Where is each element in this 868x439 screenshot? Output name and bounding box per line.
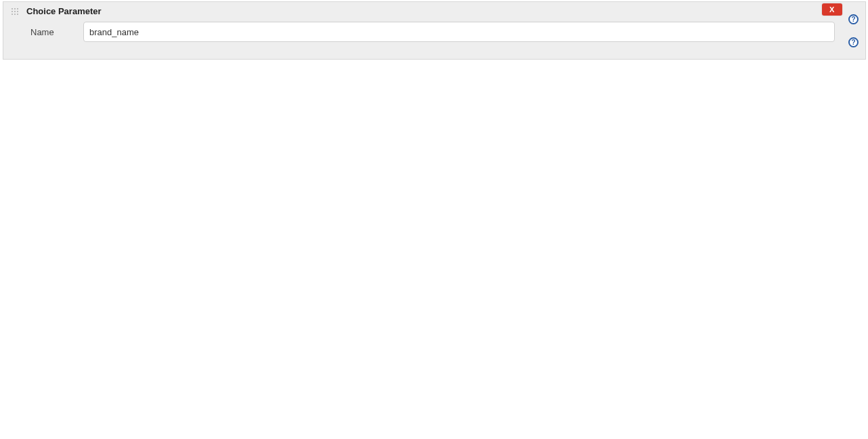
panel-title: Choice Parameter — [26, 6, 102, 16]
next-field-outline — [87, 59, 840, 60]
delete-parameter-button[interactable]: X — [822, 3, 842, 16]
name-row: Name — [3, 19, 865, 45]
panel-header: Choice Parameter — [3, 2, 865, 19]
choice-parameter-panel: X Choice Parameter ? Name ? — [3, 1, 866, 60]
help-icon[interactable]: ? — [848, 14, 859, 24]
help-icon[interactable]: ? — [848, 37, 859, 47]
name-label: Name — [10, 27, 83, 37]
name-input[interactable] — [83, 22, 835, 42]
drag-handle-icon[interactable] — [10, 7, 20, 16]
